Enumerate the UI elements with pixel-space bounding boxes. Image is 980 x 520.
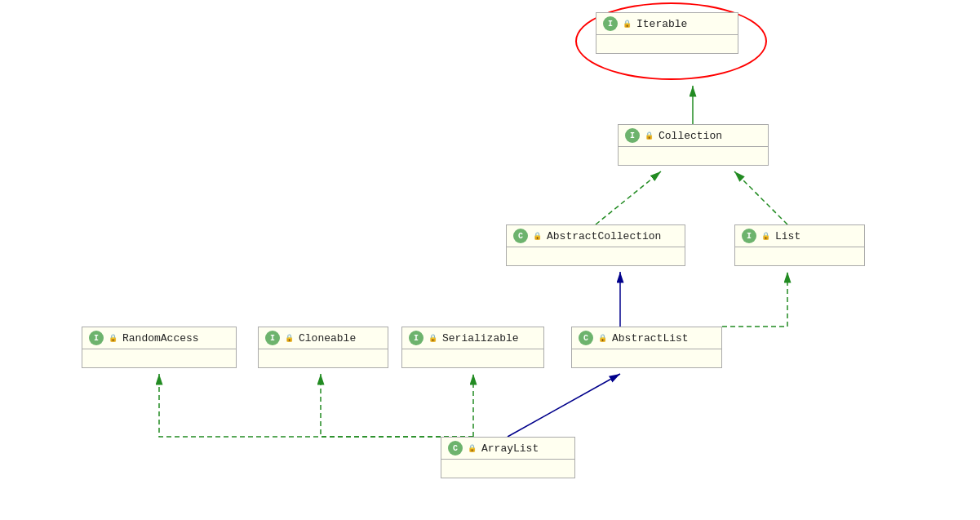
serializable-header: I 🔒 Serializable: [402, 327, 543, 349]
iterable-header: I 🔒 Iterable: [596, 13, 738, 35]
list-label: List: [775, 230, 800, 242]
svg-line-4: [508, 374, 620, 437]
serializable-type-icon: I: [409, 331, 423, 345]
abstract-list-type-icon: C: [579, 331, 593, 345]
diagram-container: I 🔒 Iterable I 🔒 Collection C 🔒 Abstract…: [0, 0, 980, 520]
cloneable-lock-icon: 🔒: [285, 334, 294, 343]
cloneable-body: [259, 349, 388, 367]
collection-lock-icon: 🔒: [645, 131, 654, 140]
array-list-body: [441, 460, 574, 478]
abstract-collection-body: [507, 247, 685, 265]
serializable-body: [402, 349, 543, 367]
collection-label: Collection: [659, 130, 722, 142]
collection-header: I 🔒 Collection: [619, 125, 768, 147]
abstract-list-header: C 🔒 AbstractList: [572, 327, 721, 349]
iterable-lock-icon: 🔒: [623, 20, 632, 29]
list-header: I 🔒 List: [735, 225, 864, 247]
collection-type-icon: I: [625, 128, 640, 143]
serializable-label: Serializable: [442, 332, 519, 344]
svg-line-1: [596, 171, 661, 224]
random-access-label: RandomAccess: [122, 332, 199, 344]
iterable-wrapper: I 🔒 Iterable: [596, 12, 738, 54]
iterable-box[interactable]: I 🔒 Iterable: [596, 12, 738, 54]
collection-box[interactable]: I 🔒 Collection: [618, 124, 769, 166]
iterable-label: Iterable: [636, 18, 687, 30]
abstract-collection-label: AbstractCollection: [547, 230, 661, 242]
list-box[interactable]: I 🔒 List: [734, 224, 865, 266]
abstract-list-body: [572, 349, 721, 367]
array-list-label: ArrayList: [481, 442, 539, 455]
cloneable-box[interactable]: I 🔒 Cloneable: [258, 327, 388, 368]
abstract-list-label: AbstractList: [612, 332, 689, 344]
svg-line-2: [734, 171, 787, 224]
list-lock-icon: 🔒: [761, 232, 770, 241]
cloneable-label: Cloneable: [299, 332, 356, 344]
abstract-collection-header: C 🔒 AbstractCollection: [507, 225, 685, 247]
abstract-collection-box[interactable]: C 🔒 AbstractCollection: [506, 224, 685, 266]
abstract-collection-type-icon: C: [513, 229, 528, 243]
iterable-body: [596, 35, 738, 53]
array-list-header: C 🔒 ArrayList: [441, 438, 574, 460]
abstract-collection-lock-icon: 🔒: [533, 232, 542, 241]
array-list-box[interactable]: C 🔒 ArrayList: [441, 437, 575, 478]
abstract-list-lock-icon: 🔒: [598, 334, 607, 343]
random-access-body: [82, 349, 236, 367]
collection-body: [619, 147, 768, 165]
array-list-type-icon: C: [448, 441, 463, 456]
serializable-box[interactable]: I 🔒 Serializable: [401, 327, 544, 368]
serializable-lock-icon: 🔒: [428, 334, 437, 343]
abstract-list-box[interactable]: C 🔒 AbstractList: [571, 327, 722, 368]
random-access-header: I 🔒 RandomAccess: [82, 327, 236, 349]
array-list-lock-icon: 🔒: [468, 444, 477, 453]
random-access-box[interactable]: I 🔒 RandomAccess: [82, 327, 237, 368]
random-access-lock-icon: 🔒: [109, 334, 118, 343]
iterable-type-icon: I: [603, 16, 618, 31]
list-type-icon: I: [742, 229, 756, 243]
cloneable-type-icon: I: [265, 331, 280, 345]
random-access-type-icon: I: [89, 331, 104, 345]
cloneable-header: I 🔒 Cloneable: [259, 327, 388, 349]
list-body: [735, 247, 864, 265]
